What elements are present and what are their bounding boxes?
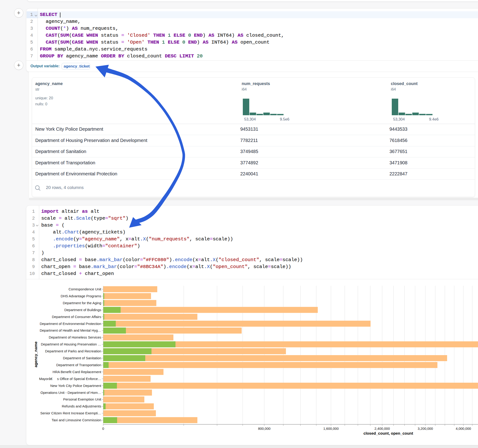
svg-text:Mayorâ€ s Office of Special: Mayorâ€ s Office of Special Enforce… — [39, 377, 101, 381]
svg-text:800,000: 800,000 — [258, 427, 270, 430]
svg-text:Department of Buildings: Department of Buildings — [64, 308, 101, 312]
svg-text:closed_count, open_count: closed_count, open_count — [363, 431, 413, 436]
svg-text:agency_name: agency_name — [34, 342, 38, 367]
svg-text:4,000,000: 4,000,000 — [456, 427, 471, 430]
svg-text:Personal Exemption Unit: Personal Exemption Unit — [63, 397, 101, 401]
svg-text:1,600,000: 1,600,000 — [323, 427, 339, 430]
svg-text:2,400,000: 2,400,000 — [374, 427, 390, 430]
svg-text:Senior Citizen Rent Increase E: Senior Citizen Rent Increase Exempti… — [40, 411, 101, 415]
svg-text:Department for the Aging: Department for the Aging — [63, 301, 101, 305]
svg-text:3,200,000: 3,200,000 — [418, 427, 433, 430]
svg-text:Department of Consumer Affairs: Department of Consumer Affairs — [52, 315, 101, 319]
svg-text:Operations Unit - Department o: Operations Unit - Department of Hom… — [41, 391, 101, 395]
svg-text:Department of Housing Preserva: Department of Housing Preservation … — [41, 342, 101, 346]
svg-text:0: 0 — [102, 427, 104, 430]
svg-text:DHS Advantage Programs: DHS Advantage Programs — [61, 294, 101, 298]
svg-text:New York City Police Departmen: New York City Police Department — [50, 384, 101, 388]
svg-text:Department of Homeless Service: Department of Homeless Services — [49, 335, 101, 339]
svg-text:Refunds and Adjustments: Refunds and Adjustments — [62, 404, 101, 408]
svg-text:Correspondence Unit: Correspondence Unit — [69, 287, 101, 291]
svg-text:Department of Sanitation: Department of Sanitation — [63, 356, 101, 360]
svg-text:Department of Transportation: Department of Transportation — [56, 363, 101, 367]
svg-text:Department of Health and Menta: Department of Health and Mental Hyg… — [40, 328, 101, 332]
svg-text:Department of Environmental Pr: Department of Environmental Protection — [40, 322, 101, 326]
svg-text:HRA Benefit Card Replacement: HRA Benefit Card Replacement — [53, 370, 101, 374]
svg-text:Department of Parks and Recrea: Department of Parks and Recreation — [45, 349, 101, 353]
svg-text:Taxi and Limousine Commission: Taxi and Limousine Commission — [52, 418, 101, 422]
